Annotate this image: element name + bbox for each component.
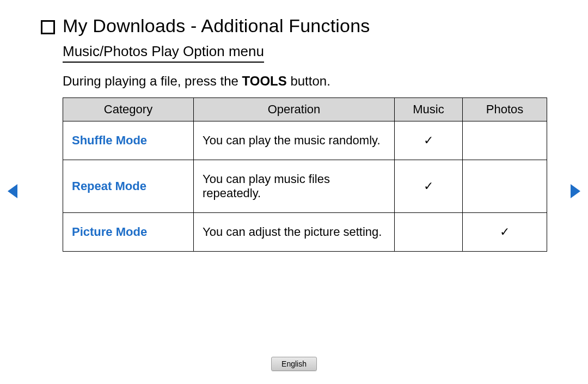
- table-row: Repeat Mode You can play music files rep…: [63, 160, 547, 213]
- subheading: Music/Photos Play Option menu: [63, 43, 264, 63]
- category-cell: Shuffle Mode: [63, 121, 194, 160]
- prev-page-arrow-icon[interactable]: [8, 184, 17, 198]
- music-check-cell: [395, 213, 463, 252]
- intro-post: button.: [287, 74, 330, 88]
- music-check-cell: ✓: [395, 121, 463, 160]
- operation-cell: You can play music files repeatedly.: [194, 160, 395, 213]
- category-cell: Repeat Mode: [63, 160, 194, 213]
- language-badge[interactable]: English: [271, 357, 317, 371]
- music-check-cell: ✓: [395, 160, 463, 213]
- th-music: Music: [395, 98, 463, 121]
- photos-check-cell: [463, 160, 547, 213]
- table-row: Shuffle Mode You can play the music rand…: [63, 121, 547, 160]
- table-row: Picture Mode You can adjust the picture …: [63, 213, 547, 252]
- photos-check-cell: ✓: [463, 213, 547, 252]
- intro-bold: TOOLS: [242, 74, 287, 88]
- th-operation: Operation: [194, 98, 395, 121]
- next-page-arrow-icon[interactable]: [571, 184, 580, 198]
- intro-pre: During playing a file, press the: [63, 74, 242, 88]
- operation-cell: You can play the music randomly.: [194, 121, 395, 160]
- photos-check-cell: [463, 121, 547, 160]
- page-title: My Downloads - Additional Functions: [63, 15, 370, 36]
- category-cell: Picture Mode: [63, 213, 194, 252]
- table-header-row: Category Operation Music Photos: [63, 98, 547, 121]
- th-photos: Photos: [463, 98, 547, 121]
- intro-text: During playing a file, press the TOOLS b…: [63, 72, 547, 90]
- title-row: My Downloads - Additional Functions: [41, 15, 547, 36]
- th-category: Category: [63, 98, 194, 121]
- option-menu-table: Category Operation Music Photos Shuffle …: [63, 97, 547, 252]
- section-bullet-icon: [41, 20, 55, 34]
- operation-cell: You can adjust the picture setting.: [194, 213, 395, 252]
